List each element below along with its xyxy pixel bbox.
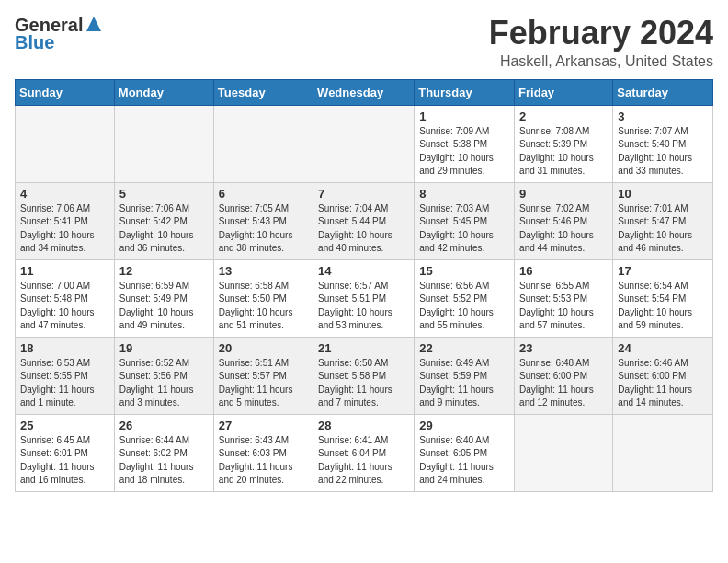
day-info: Sunrise: 7:03 AMSunset: 5:45 PMDaylight:… xyxy=(419,202,509,256)
day-number: 27 xyxy=(219,419,308,432)
calendar-day-cell: 17Sunrise: 6:54 AMSunset: 5:54 PMDayligh… xyxy=(613,259,713,337)
day-info: Sunrise: 6:59 AMSunset: 5:49 PMDaylight:… xyxy=(119,280,209,333)
calendar-day-cell xyxy=(114,105,213,182)
day-number: 16 xyxy=(519,264,608,278)
calendar-day-cell: 27Sunrise: 6:43 AMSunset: 6:03 PMDayligh… xyxy=(213,414,313,491)
day-info: Sunrise: 6:56 AMSunset: 5:52 PMDaylight:… xyxy=(419,280,509,333)
logo: General Blue xyxy=(15,15,103,53)
calendar-week-row: 18Sunrise: 6:53 AMSunset: 5:55 PMDayligh… xyxy=(16,337,713,414)
day-info: Sunrise: 7:01 AMSunset: 5:47 PMDaylight:… xyxy=(618,202,708,256)
day-info: Sunrise: 6:55 AMSunset: 5:53 PMDaylight:… xyxy=(519,280,608,333)
day-number: 24 xyxy=(618,341,708,355)
day-number: 9 xyxy=(519,187,608,201)
day-number: 14 xyxy=(318,264,409,278)
day-number: 17 xyxy=(618,264,708,278)
day-info: Sunrise: 6:52 AMSunset: 5:56 PMDaylight:… xyxy=(119,357,209,410)
calendar-day-cell: 29Sunrise: 6:40 AMSunset: 6:05 PMDayligh… xyxy=(415,414,515,491)
calendar-day-cell: 24Sunrise: 6:46 AMSunset: 6:00 PMDayligh… xyxy=(613,337,713,414)
day-info: Sunrise: 7:04 AMSunset: 5:44 PMDaylight:… xyxy=(318,202,409,256)
weekday-header: Saturday xyxy=(613,79,713,105)
day-number: 3 xyxy=(618,109,708,123)
calendar-day-cell: 2Sunrise: 7:08 AMSunset: 5:39 PMDaylight… xyxy=(515,105,613,182)
calendar-day-cell: 22Sunrise: 6:49 AMSunset: 5:59 PMDayligh… xyxy=(415,337,515,414)
day-info: Sunrise: 7:07 AMSunset: 5:40 PMDaylight:… xyxy=(618,125,708,178)
calendar-day-cell: 15Sunrise: 6:56 AMSunset: 5:52 PMDayligh… xyxy=(415,259,515,337)
logo-blue-text: Blue xyxy=(15,32,54,53)
day-info: Sunrise: 7:08 AMSunset: 5:39 PMDaylight:… xyxy=(519,125,608,178)
day-info: Sunrise: 6:41 AMSunset: 6:04 PMDaylight:… xyxy=(318,434,409,488)
day-info: Sunrise: 6:43 AMSunset: 6:03 PMDaylight:… xyxy=(219,434,308,488)
calendar-day-cell: 6Sunrise: 7:05 AMSunset: 5:43 PMDaylight… xyxy=(213,182,313,259)
day-info: Sunrise: 6:40 AMSunset: 6:05 PMDaylight:… xyxy=(419,434,509,488)
day-number: 20 xyxy=(219,341,308,355)
day-info: Sunrise: 6:44 AMSunset: 6:02 PMDaylight:… xyxy=(119,434,209,488)
calendar-day-cell: 7Sunrise: 7:04 AMSunset: 5:44 PMDaylight… xyxy=(313,182,415,259)
calendar-day-cell: 20Sunrise: 6:51 AMSunset: 5:57 PMDayligh… xyxy=(213,337,313,414)
day-number: 29 xyxy=(419,419,509,432)
page-header: General Blue February 2024 Haskell, Arka… xyxy=(15,15,713,70)
day-number: 18 xyxy=(20,341,109,355)
day-number: 15 xyxy=(419,264,509,278)
day-number: 8 xyxy=(419,187,509,201)
calendar-day-cell: 28Sunrise: 6:41 AMSunset: 6:04 PMDayligh… xyxy=(313,414,415,491)
day-number: 4 xyxy=(20,187,109,201)
calendar-day-cell: 23Sunrise: 6:48 AMSunset: 6:00 PMDayligh… xyxy=(515,337,613,414)
calendar-day-cell: 21Sunrise: 6:50 AMSunset: 5:58 PMDayligh… xyxy=(313,337,415,414)
title-block: February 2024 Haskell, Arkansas, United … xyxy=(489,15,713,70)
weekday-header: Friday xyxy=(515,79,613,105)
calendar-day-cell: 8Sunrise: 7:03 AMSunset: 5:45 PMDaylight… xyxy=(415,182,515,259)
day-number: 12 xyxy=(119,264,209,278)
logo-icon xyxy=(85,15,103,33)
weekday-header: Monday xyxy=(114,79,213,105)
day-number: 22 xyxy=(419,341,509,355)
day-number: 5 xyxy=(119,187,209,201)
calendar-table: SundayMondayTuesdayWednesdayThursdayFrid… xyxy=(15,79,713,492)
calendar-day-cell xyxy=(515,414,613,491)
day-number: 11 xyxy=(20,264,109,278)
calendar-day-cell: 16Sunrise: 6:55 AMSunset: 5:53 PMDayligh… xyxy=(515,259,613,337)
calendar-day-cell: 9Sunrise: 7:02 AMSunset: 5:46 PMDaylight… xyxy=(515,182,613,259)
day-number: 1 xyxy=(419,109,509,123)
calendar-day-cell xyxy=(313,105,415,182)
calendar-day-cell: 1Sunrise: 7:09 AMSunset: 5:38 PMDaylight… xyxy=(415,105,515,182)
calendar-week-row: 4Sunrise: 7:06 AMSunset: 5:41 PMDaylight… xyxy=(16,182,713,259)
calendar-week-row: 25Sunrise: 6:45 AMSunset: 6:01 PMDayligh… xyxy=(16,414,713,491)
calendar-day-cell: 26Sunrise: 6:44 AMSunset: 6:02 PMDayligh… xyxy=(114,414,213,491)
weekday-header: Sunday xyxy=(16,79,115,105)
day-info: Sunrise: 6:54 AMSunset: 5:54 PMDaylight:… xyxy=(618,280,708,333)
day-info: Sunrise: 6:50 AMSunset: 5:58 PMDaylight:… xyxy=(318,357,409,410)
location-title: Haskell, Arkansas, United States xyxy=(489,53,713,70)
day-info: Sunrise: 6:53 AMSunset: 5:55 PMDaylight:… xyxy=(20,357,109,410)
day-info: Sunrise: 7:05 AMSunset: 5:43 PMDaylight:… xyxy=(219,202,308,256)
day-number: 21 xyxy=(318,341,409,355)
day-number: 26 xyxy=(119,419,209,432)
day-info: Sunrise: 7:00 AMSunset: 5:48 PMDaylight:… xyxy=(20,280,109,333)
calendar-day-cell: 5Sunrise: 7:06 AMSunset: 5:42 PMDaylight… xyxy=(114,182,213,259)
day-info: Sunrise: 7:06 AMSunset: 5:41 PMDaylight:… xyxy=(20,202,109,256)
day-number: 2 xyxy=(519,109,608,123)
day-info: Sunrise: 6:49 AMSunset: 5:59 PMDaylight:… xyxy=(419,357,509,410)
day-number: 7 xyxy=(318,187,409,201)
calendar-day-cell: 25Sunrise: 6:45 AMSunset: 6:01 PMDayligh… xyxy=(16,414,115,491)
calendar-week-row: 11Sunrise: 7:00 AMSunset: 5:48 PMDayligh… xyxy=(16,259,713,337)
calendar-day-cell: 18Sunrise: 6:53 AMSunset: 5:55 PMDayligh… xyxy=(16,337,115,414)
day-info: Sunrise: 6:45 AMSunset: 6:01 PMDaylight:… xyxy=(20,434,109,488)
day-info: Sunrise: 6:48 AMSunset: 6:00 PMDaylight:… xyxy=(519,357,608,410)
day-number: 13 xyxy=(219,264,308,278)
day-number: 28 xyxy=(318,419,409,432)
calendar-day-cell: 3Sunrise: 7:07 AMSunset: 5:40 PMDaylight… xyxy=(613,105,713,182)
header-row: SundayMondayTuesdayWednesdayThursdayFrid… xyxy=(16,79,713,105)
calendar-day-cell xyxy=(16,105,115,182)
calendar-day-cell xyxy=(213,105,313,182)
calendar-day-cell: 4Sunrise: 7:06 AMSunset: 5:41 PMDaylight… xyxy=(16,182,115,259)
calendar-day-cell: 12Sunrise: 6:59 AMSunset: 5:49 PMDayligh… xyxy=(114,259,213,337)
calendar-day-cell xyxy=(613,414,713,491)
day-number: 19 xyxy=(119,341,209,355)
day-info: Sunrise: 6:58 AMSunset: 5:50 PMDaylight:… xyxy=(219,280,308,333)
calendar-day-cell: 19Sunrise: 6:52 AMSunset: 5:56 PMDayligh… xyxy=(114,337,213,414)
calendar-day-cell: 10Sunrise: 7:01 AMSunset: 5:47 PMDayligh… xyxy=(613,182,713,259)
month-title: February 2024 xyxy=(489,15,713,52)
weekday-header: Tuesday xyxy=(213,79,313,105)
calendar-day-cell: 14Sunrise: 6:57 AMSunset: 5:51 PMDayligh… xyxy=(313,259,415,337)
day-info: Sunrise: 6:46 AMSunset: 6:00 PMDaylight:… xyxy=(618,357,708,410)
